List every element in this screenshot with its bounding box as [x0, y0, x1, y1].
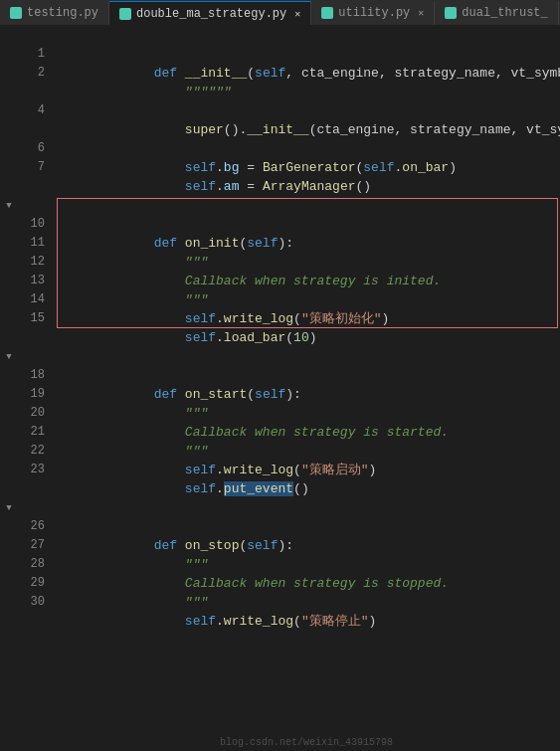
- tab-utility[interactable]: utility.py ✕: [311, 1, 435, 25]
- line-num-6: 6: [18, 139, 53, 158]
- editor-window: testing.py double_ma_strategy.py ✕ utili…: [0, 0, 560, 751]
- tab-double-ma[interactable]: double_ma_strategy.py ✕: [109, 1, 311, 25]
- code-line-26: def on_stop(self):: [53, 517, 560, 536]
- fold-9: [0, 177, 18, 196]
- fold-30: [0, 574, 18, 593]
- line-num-21: 21: [18, 423, 53, 442]
- tab-dual-thrust[interactable]: dual_thrust_: [435, 1, 558, 25]
- line-num-29: 29: [18, 574, 53, 593]
- code-line-9: [53, 196, 560, 215]
- fold-14: [0, 272, 18, 290]
- code-line-7: self.am = ArrayManager(): [53, 158, 560, 177]
- line-numbers: 1 2 4 6 7 10 11 12 13 14 15 18 19 20 21 …: [18, 26, 53, 751]
- watermark: blog.csdn.net/weixin_43915798: [53, 733, 560, 751]
- fold-28: [0, 536, 18, 555]
- line-num-9: [18, 196, 53, 215]
- line-num-27: 27: [18, 536, 53, 555]
- line-num-22: 22: [18, 442, 53, 461]
- fold-7: [0, 139, 18, 158]
- fold-11: [0, 215, 18, 234]
- tab-dual-thrust-icon: [445, 7, 457, 19]
- line-num-18: 18: [18, 366, 53, 385]
- code-line-11: """: [53, 234, 560, 253]
- tab-testing[interactable]: testing.py: [0, 1, 109, 25]
- fold-8: [0, 158, 18, 177]
- line-num-31: [18, 612, 53, 631]
- code-content[interactable]: def __init__(self, cta_engine, strategy_…: [53, 26, 560, 751]
- code-line-25: [53, 498, 560, 517]
- tab-utility-label: utility.py: [338, 6, 410, 20]
- line-num-3: [18, 83, 53, 101]
- code-line-21: """: [53, 423, 560, 442]
- line-num-8: [18, 177, 53, 196]
- code-line-2: """""": [53, 64, 560, 83]
- code-line-17: [53, 347, 560, 366]
- fold-4: [0, 83, 18, 101]
- line-num-28: 28: [18, 555, 53, 574]
- code-line-12: Callback when strategy is inited.: [53, 253, 560, 272]
- fold-15: [0, 290, 18, 309]
- code-line-14: self.write_log("策略初始化"): [53, 290, 560, 309]
- code-line-19: """: [53, 385, 560, 404]
- line-num-12: 12: [18, 253, 53, 272]
- code-line-10: def on_init(self):: [53, 215, 560, 234]
- fold-22: [0, 423, 18, 442]
- fold-31: [0, 593, 18, 612]
- tab-testing-icon: [10, 7, 22, 19]
- line-num-blank: [18, 26, 53, 45]
- tab-utility-close[interactable]: ✕: [418, 7, 424, 19]
- code-line-30: self.write_log("策略停止"): [53, 593, 560, 612]
- code-line-6: self.bg = BarGenerator(self.on_bar): [53, 139, 560, 158]
- fold-24: [0, 461, 18, 479]
- tab-utility-icon: [321, 7, 333, 19]
- code-line-20: Callback when strategy is started.: [53, 404, 560, 423]
- fold-13: [0, 253, 18, 272]
- line-num-15: 15: [18, 309, 53, 328]
- tab-double-ma-label: double_ma_strategy.py: [136, 7, 286, 21]
- tab-double-ma-close[interactable]: ✕: [294, 8, 300, 20]
- line-num-7: 7: [18, 158, 53, 177]
- line-num-14: 14: [18, 290, 53, 309]
- fold-18[interactable]: ▼: [0, 347, 18, 366]
- code-line-3: [53, 83, 560, 101]
- line-num-13: 13: [18, 272, 53, 290]
- line-num-20: 20: [18, 404, 53, 423]
- line-num-4: 4: [18, 101, 53, 120]
- fold-19: [0, 366, 18, 385]
- fold-gutter: ▼ ▼ ▼: [0, 26, 18, 751]
- fold-1[interactable]: [0, 26, 18, 45]
- fold-6: [0, 120, 18, 139]
- tab-dual-thrust-label: dual_thrust_: [462, 6, 547, 20]
- line-num-26: 26: [18, 517, 53, 536]
- tab-bar: testing.py double_ma_strategy.py ✕ utili…: [0, 0, 560, 26]
- code-line-27: """: [53, 536, 560, 555]
- fold-23: [0, 442, 18, 461]
- line-num-2: 2: [18, 64, 53, 83]
- fold-29: [0, 555, 18, 574]
- tab-testing-label: testing.py: [27, 6, 98, 20]
- line-num-30: 30: [18, 593, 53, 612]
- line-num-24: [18, 479, 53, 498]
- code-line-4: super().__init__(cta_engine, strategy_na…: [53, 101, 560, 120]
- fold-26[interactable]: ▼: [0, 498, 18, 517]
- line-num-23: 23: [18, 461, 53, 479]
- line-num-16: [18, 328, 53, 347]
- fold-5: [0, 101, 18, 120]
- code-line-15: self.load_bar(10): [53, 309, 560, 328]
- fold-16: [0, 309, 18, 328]
- code-line-28: Callback when strategy is stopped.: [53, 555, 560, 574]
- code-line-24: [53, 479, 560, 498]
- code-line-29: """: [53, 574, 560, 593]
- fold-20: [0, 385, 18, 404]
- fold-2: [0, 45, 18, 64]
- line-num-10: 10: [18, 215, 53, 234]
- editor-body: ▼ ▼ ▼: [0, 26, 560, 751]
- code-line-16: [53, 328, 560, 347]
- code-line-23: self.put_event(): [53, 461, 560, 479]
- fold-10[interactable]: ▼: [0, 196, 18, 215]
- fold-12: [0, 234, 18, 253]
- fold-17: [0, 328, 18, 347]
- tab-double-ma-icon: [119, 8, 131, 20]
- line-num-25: [18, 498, 53, 517]
- line-num-17: [18, 347, 53, 366]
